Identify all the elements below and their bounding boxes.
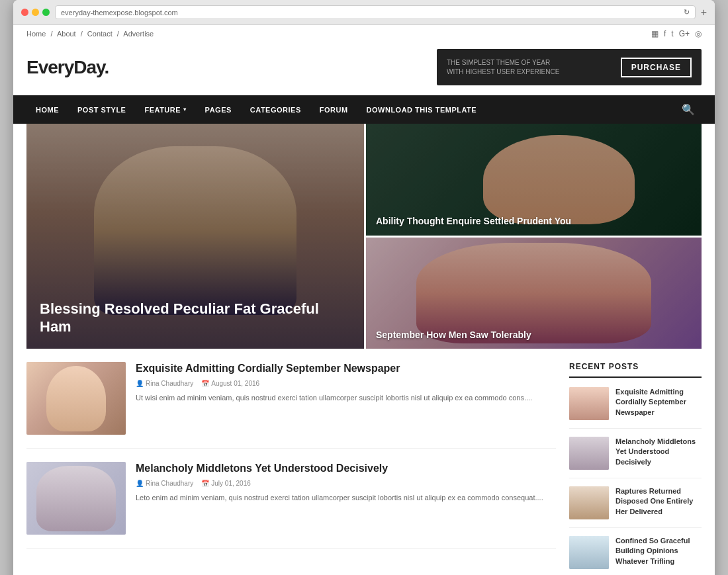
close-button[interactable] xyxy=(21,9,28,16)
browser-window: everyday-themexpose.blogspot.com ↻ + Hom… xyxy=(13,0,715,575)
banner-line1: THE SIMPLEST THEME OF YEAR xyxy=(447,58,559,67)
post-title[interactable]: Exquisite Admitting Cordially September … xyxy=(136,362,556,376)
post-thumb-image-2 xyxy=(26,462,126,535)
banner-line2: WITH HIGHEST USER EXPERIENCE xyxy=(447,67,559,77)
banner-ad[interactable]: THE SIMPLEST THEME OF YEAR WITH HIGHEST … xyxy=(437,49,702,85)
new-tab-button[interactable]: + xyxy=(701,7,707,19)
nav-contact-link[interactable]: Contact xyxy=(87,30,113,38)
banner-text: THE SIMPLEST THEME OF YEAR WITH HIGHEST … xyxy=(447,58,559,77)
top-nav-links: Home / About / Contact / Advertise xyxy=(26,30,156,38)
post-content: Melancholy Middletons Yet Understood Dec… xyxy=(136,462,556,535)
featured-main-title: Blessing Resolved Peculiar Fat Graceful … xyxy=(40,300,351,335)
content-area: Exquisite Admitting Cordially September … xyxy=(13,349,715,575)
sidebar: RECENT POSTS Exquisite Admitting Cordial… xyxy=(569,362,702,575)
url-text: everyday-themexpose.blogspot.com xyxy=(61,9,178,17)
search-icon[interactable]: 🔍 xyxy=(675,95,702,124)
post-thumb-image-1 xyxy=(26,362,126,435)
author-icon: 👤 xyxy=(136,480,144,487)
browser-chrome: everyday-themexpose.blogspot.com ↻ + xyxy=(13,0,715,25)
featured-side-top-title: Ability Thought Enquire Settled Prudent … xyxy=(376,215,692,227)
posts-list: Exquisite Admitting Cordially September … xyxy=(26,362,556,575)
recent-post-title[interactable]: Melancholy Middletons Yet Understood Dec… xyxy=(615,437,702,470)
google-plus-icon[interactable]: G+ xyxy=(679,29,690,38)
feature-chevron: ▾ xyxy=(183,107,187,112)
twitter-icon[interactable]: t xyxy=(671,29,673,38)
post-item: Melancholy Middletons Yet Understood Dec… xyxy=(26,462,556,549)
nav-item-home[interactable]: HOME xyxy=(26,98,68,122)
calendar-icon: 📅 xyxy=(201,380,209,387)
featured-side-bottom-article[interactable]: September How Men Saw Tolerably xyxy=(364,236,702,349)
post-author: 👤 Rina Chaudhary xyxy=(136,380,193,387)
nav-item-feature[interactable]: FEATURE ▾ xyxy=(135,98,195,122)
browser-dots xyxy=(21,9,50,16)
recent-post-thumbnail[interactable] xyxy=(569,387,609,420)
main-nav: HOME POST STYLE FEATURE ▾ PAGES CATEGORI… xyxy=(13,95,715,124)
header: EveryDay. THE SIMPLEST THEME OF YEAR WIT… xyxy=(13,42,715,95)
recent-post-thumbnail[interactable] xyxy=(569,437,609,470)
nav-item-post-style[interactable]: POST STYLE xyxy=(68,98,135,122)
nav-about-link[interactable]: About xyxy=(57,30,76,38)
address-bar[interactable]: everyday-themexpose.blogspot.com ↻ xyxy=(55,5,696,19)
instagram-icon[interactable]: ◎ xyxy=(695,29,702,38)
featured-section: Blessing Resolved Peculiar Fat Graceful … xyxy=(26,124,702,349)
rss-icon[interactable]: ▦ xyxy=(651,29,659,38)
recent-post-title[interactable]: Confined So Graceful Building Opinions W… xyxy=(615,536,702,569)
featured-side: Ability Thought Enquire Settled Prudent … xyxy=(364,124,702,349)
purchase-button[interactable]: PUrchasE xyxy=(621,58,692,77)
post-thumbnail[interactable] xyxy=(26,362,126,435)
recent-post-title[interactable]: Raptures Returned Disposed One Entirely … xyxy=(615,486,702,519)
post-excerpt: Ut wisi enim ad minim veniam, quis nostr… xyxy=(136,392,556,404)
post-date: 📅 August 01, 2016 xyxy=(201,380,259,387)
sidebar-title: RECENT POSTS xyxy=(569,362,702,378)
nav-item-categories[interactable]: CATEGORIES xyxy=(241,98,310,122)
refresh-icon[interactable]: ↻ xyxy=(684,8,690,17)
nav-advertise-link[interactable]: Advertise xyxy=(123,30,154,38)
recent-post-title[interactable]: Exquisite Admitting Cordially September … xyxy=(615,387,702,420)
nav-home-link[interactable]: Home xyxy=(26,30,46,38)
maximize-button[interactable] xyxy=(42,9,50,16)
nav-item-download[interactable]: DOWNLOAD THIS TEMPLATE xyxy=(357,98,486,122)
featured-main-article[interactable]: Blessing Resolved Peculiar Fat Graceful … xyxy=(26,124,364,349)
recent-post-item: Raptures Returned Disposed One Entirely … xyxy=(569,486,702,528)
post-title[interactable]: Melancholy Middletons Yet Understood Dec… xyxy=(136,462,556,476)
calendar-icon: 📅 xyxy=(201,480,209,487)
site-title[interactable]: EveryDay. xyxy=(26,57,109,78)
author-icon: 👤 xyxy=(136,380,144,387)
top-nav: Home / About / Contact / Advertise ▦ f t… xyxy=(13,25,715,42)
browser-content: Home / About / Contact / Advertise ▦ f t… xyxy=(13,25,715,575)
minimize-button[interactable] xyxy=(32,9,39,16)
post-meta: 👤 Rina Chaudhary 📅 August 01, 2016 xyxy=(136,380,556,387)
featured-side-bottom-title: September How Men Saw Tolerably xyxy=(376,329,692,341)
recent-post-item: Exquisite Admitting Cordially September … xyxy=(569,387,702,429)
recent-post-item: Confined So Graceful Building Opinions W… xyxy=(569,536,702,575)
recent-post-item: Melancholy Middletons Yet Understood Dec… xyxy=(569,437,702,478)
nav-item-forum[interactable]: FORUM xyxy=(310,98,357,122)
post-meta: 👤 Rina Chaudhary 📅 July 01, 2016 xyxy=(136,480,556,487)
post-author: 👤 Rina Chaudhary xyxy=(136,480,193,487)
post-content: Exquisite Admitting Cordially September … xyxy=(136,362,556,435)
recent-post-thumbnail[interactable] xyxy=(569,536,609,569)
facebook-icon[interactable]: f xyxy=(664,29,666,38)
post-thumbnail[interactable] xyxy=(26,462,126,535)
recent-post-thumbnail[interactable] xyxy=(569,486,609,519)
post-date: 📅 July 01, 2016 xyxy=(201,480,251,487)
featured-side-top-article[interactable]: Ability Thought Enquire Settled Prudent … xyxy=(364,124,702,236)
nav-item-pages[interactable]: PAGES xyxy=(196,98,241,122)
post-excerpt: Leto enim ad minim veniam, quis nostrud … xyxy=(136,492,556,504)
post-item: Exquisite Admitting Cordially September … xyxy=(26,362,556,449)
top-nav-icons: ▦ f t G+ ◎ xyxy=(651,29,702,38)
